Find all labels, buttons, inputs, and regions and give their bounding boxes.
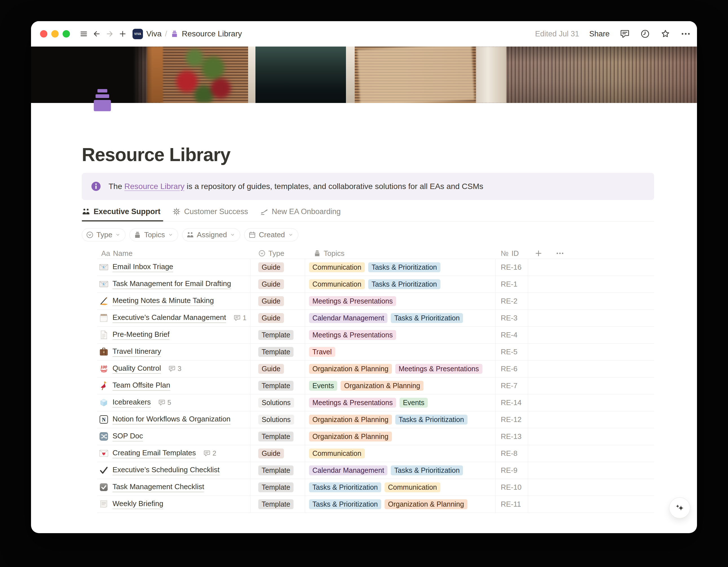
name-cell[interactable]: Creating Email Templates2 xyxy=(97,445,250,462)
id-cell[interactable]: RE-8 xyxy=(496,445,528,462)
column-header-topics[interactable]: Topics xyxy=(305,248,496,259)
page-link[interactable]: Pre-Meeting Brief xyxy=(112,330,169,340)
name-cell[interactable]: Team Offsite Plan xyxy=(97,378,250,394)
comment-count[interactable]: 2 xyxy=(203,449,216,457)
topics-cell[interactable]: Meetings & Presentations xyxy=(305,293,496,310)
topics-cell[interactable]: Organization & PlanningTasks & Prioritiz… xyxy=(305,411,496,428)
type-cell[interactable]: Template xyxy=(250,378,305,394)
table-row[interactable]: SOP DocTemplateOrganization & PlanningRE… xyxy=(97,428,654,445)
type-cell[interactable]: Guide xyxy=(250,361,305,377)
type-cell[interactable]: Guide xyxy=(250,259,305,275)
table-row[interactable]: Travel ItineraryTemplateTravelRE-5 xyxy=(97,344,654,361)
type-cell[interactable]: Template xyxy=(250,496,305,513)
table-row[interactable]: 100Quality Control3GuideOrganization & P… xyxy=(97,361,654,378)
column-header-type[interactable]: Type xyxy=(250,248,305,259)
page-link[interactable]: Email Inbox Triage xyxy=(112,262,173,272)
filter-topics[interactable]: Topics xyxy=(129,228,178,241)
page-link[interactable]: Travel Itinerary xyxy=(112,347,161,357)
id-cell[interactable]: RE-4 xyxy=(496,327,528,343)
id-cell[interactable]: RE-5 xyxy=(496,344,528,360)
topics-cell[interactable]: EventsOrganization & Planning xyxy=(305,378,496,394)
column-header-id[interactable]: № ID xyxy=(496,248,528,259)
type-cell[interactable]: Guide xyxy=(250,310,305,327)
page-link[interactable]: Weekly Briefing xyxy=(112,499,163,509)
table-row[interactable]: Executive’s Calendar Management1GuideCal… xyxy=(97,310,654,327)
name-cell[interactable]: Weekly Briefing xyxy=(97,496,250,513)
ai-assistant-button[interactable] xyxy=(669,498,690,518)
id-cell[interactable]: RE-1 xyxy=(496,276,528,293)
table-row[interactable]: ETask Management for Email DraftingGuide… xyxy=(97,276,654,293)
type-cell[interactable]: Guide xyxy=(250,293,305,310)
table-row[interactable]: Executive’s Scheduling ChecklistTemplate… xyxy=(97,462,654,479)
topics-cell[interactable]: Travel xyxy=(305,344,496,360)
back-icon[interactable] xyxy=(90,27,103,40)
id-cell[interactable]: RE-13 xyxy=(496,428,528,445)
zoom-button[interactable] xyxy=(63,30,70,37)
new-page-icon[interactable] xyxy=(116,27,129,40)
id-cell[interactable]: RE-6 xyxy=(496,361,528,377)
type-cell[interactable]: Guide xyxy=(250,445,305,462)
id-cell[interactable]: RE-7 xyxy=(496,378,528,394)
page-link[interactable]: Meeting Notes & Minute Taking xyxy=(112,296,214,306)
name-cell[interactable]: ETask Management for Email Drafting xyxy=(97,276,250,293)
filter-created[interactable]: Created xyxy=(244,228,298,241)
id-cell[interactable]: RE-2 xyxy=(496,293,528,310)
page-archive-icon[interactable] xyxy=(88,85,116,115)
id-cell[interactable]: RE-3 xyxy=(496,310,528,327)
topics-cell[interactable]: Meetings & Presentations xyxy=(305,327,496,343)
name-cell[interactable]: Pre-Meeting Brief xyxy=(97,327,250,343)
name-cell[interactable]: Meeting Notes & Minute Taking xyxy=(97,293,250,310)
id-cell[interactable]: RE-16 xyxy=(496,259,528,275)
type-cell[interactable]: Guide xyxy=(250,276,305,293)
comment-count[interactable]: 1 xyxy=(233,314,246,322)
menu-icon[interactable] xyxy=(77,27,90,40)
tab-customer-success[interactable]: Customer Success xyxy=(172,204,249,221)
topics-cell[interactable]: Tasks & PrioritizationCommunication xyxy=(305,479,496,496)
name-cell[interactable]: Travel Itinerary xyxy=(97,344,250,360)
id-cell[interactable]: RE-9 xyxy=(496,462,528,479)
page-link[interactable]: Task Management for Email Drafting xyxy=(112,279,231,289)
history-icon[interactable] xyxy=(640,29,650,39)
name-cell[interactable]: Executive’s Scheduling Checklist xyxy=(97,462,250,479)
id-cell[interactable]: RE-10 xyxy=(496,479,528,496)
favorite-icon[interactable] xyxy=(660,29,670,39)
page-link[interactable]: SOP Doc xyxy=(112,432,143,442)
comment-count[interactable]: 3 xyxy=(168,365,181,373)
topics-cell[interactable]: CommunicationTasks & Prioritization xyxy=(305,259,496,275)
name-cell[interactable]: EEmail Inbox Triage xyxy=(97,259,250,275)
name-cell[interactable]: SOP Doc xyxy=(97,428,250,445)
breadcrumb-workspace[interactable]: Viva xyxy=(146,29,162,38)
forward-icon[interactable] xyxy=(103,27,116,40)
type-cell[interactable]: Template xyxy=(250,327,305,343)
more-options-icon[interactable] xyxy=(681,29,691,39)
page-link[interactable]: Team Offsite Plan xyxy=(112,381,170,391)
name-cell[interactable]: Icebreakers5 xyxy=(97,394,250,411)
add-property-icon[interactable] xyxy=(534,249,543,257)
page-link[interactable]: Executive’s Scheduling Checklist xyxy=(112,466,220,475)
id-cell[interactable]: RE-12 xyxy=(496,411,528,428)
name-cell[interactable]: NNotion for Workflows & Organization xyxy=(97,411,250,428)
topics-cell[interactable]: Calendar ManagementTasks & Prioritizatio… xyxy=(305,462,496,479)
table-row[interactable]: Weekly BriefingTemplateTasks & Prioritiz… xyxy=(97,496,654,513)
type-cell[interactable]: Solutions xyxy=(250,411,305,428)
name-cell[interactable]: 100Quality Control3 xyxy=(97,361,250,377)
page-link[interactable]: Executive’s Calendar Management xyxy=(112,313,226,323)
table-options-icon[interactable] xyxy=(556,249,564,257)
topics-cell[interactable]: Calendar ManagementTasks & Prioritizatio… xyxy=(305,310,496,327)
tab-executive-support[interactable]: Executive Support xyxy=(82,204,162,221)
type-cell[interactable]: Solutions xyxy=(250,394,305,411)
filter-assigned[interactable]: Assigned xyxy=(182,228,240,241)
topics-cell[interactable]: Organization & Planning xyxy=(305,428,496,445)
table-row[interactable]: Creating Email Templates2GuideCommunicat… xyxy=(97,445,654,462)
page-link[interactable]: Creating Email Templates xyxy=(112,449,196,458)
table-row[interactable]: Task Management ChecklistTemplateTasks &… xyxy=(97,479,654,496)
tab-new-ea-onboarding[interactable]: New EA Onboarding xyxy=(260,204,342,221)
table-row[interactable]: NNotion for Workflows & OrganizationSolu… xyxy=(97,411,654,428)
comments-icon[interactable] xyxy=(620,29,630,39)
table-row[interactable]: Pre-Meeting BriefTemplateMeetings & Pres… xyxy=(97,327,654,344)
type-cell[interactable]: Template xyxy=(250,479,305,496)
share-button[interactable]: Share xyxy=(589,30,610,38)
table-row[interactable]: Meeting Notes & Minute TakingGuideMeetin… xyxy=(97,293,654,310)
topics-cell[interactable]: Communication xyxy=(305,445,496,462)
type-cell[interactable]: Template xyxy=(250,428,305,445)
